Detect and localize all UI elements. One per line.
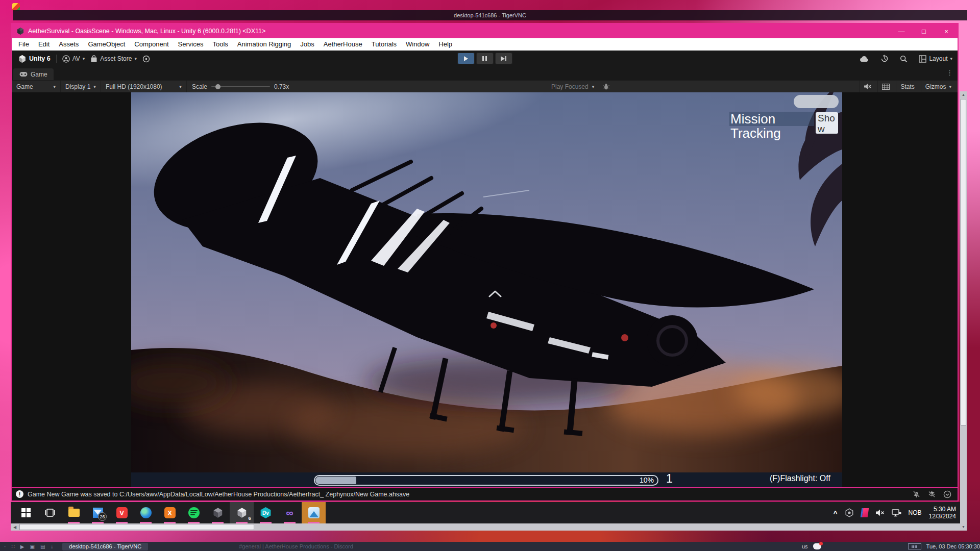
menu-file[interactable]: File — [14, 38, 34, 51]
bug-icon[interactable] — [603, 83, 609, 90]
vertical-scrollbar-thumb[interactable] — [961, 99, 966, 425]
panel-task-discord[interactable]: #general | AetherHouse Productions - Dis… — [239, 543, 353, 549]
vivaldi-icon: V — [116, 507, 128, 518]
tray-network-icon[interactable] — [892, 509, 901, 517]
menu-tutorials[interactable]: Tutorials — [367, 38, 401, 51]
taskbar-vivaldi[interactable]: V — [110, 502, 134, 523]
desktop: desktop-541c686 - TigerVNC AetherSurviva… — [0, 0, 980, 551]
scroll-down-icon[interactable]: ▼ — [960, 523, 967, 531]
play-focused-dropdown[interactable]: Play Focused ▾ — [551, 83, 609, 90]
taskbar-unity-hub[interactable] — [206, 502, 230, 523]
tray-volume-muted-icon[interactable] — [875, 509, 885, 516]
menu-edit[interactable]: Edit — [34, 38, 54, 51]
cloud-icon[interactable] — [859, 55, 869, 62]
activity-progress-icon[interactable] — [943, 490, 951, 498]
console-message-icon[interactable]: ! — [16, 490, 23, 498]
play-controls — [457, 53, 512, 64]
tray-pink-app-icon[interactable] — [860, 508, 869, 517]
scroll-left-icon[interactable]: ◀ — [11, 525, 19, 530]
layout-dropdown[interactable]: Layout ▾ — [919, 55, 952, 63]
panel-icon-5[interactable]: ▤ — [40, 544, 45, 549]
menu-assets[interactable]: Assets — [54, 38, 83, 51]
taskbar-devops[interactable]: Dv — [254, 502, 278, 523]
panel-icon-4[interactable]: ▣ — [30, 544, 34, 549]
panel-task-tigervnc[interactable]: desktop-541c686 - TigerVNC — [62, 543, 148, 550]
minimize-button[interactable]: — — [890, 24, 913, 38]
menu-aetherhouse[interactable]: AetherHouse — [319, 38, 367, 51]
task-view-button[interactable] — [38, 502, 62, 523]
history-icon[interactable] — [880, 55, 889, 63]
tab-bar: Game ⋮ — [12, 67, 958, 80]
panel-tray-indicator[interactable] — [908, 543, 921, 549]
step-button[interactable] — [495, 53, 512, 64]
tray-expand-button[interactable]: ^ — [833, 510, 837, 518]
unity-hub-icon — [212, 507, 224, 518]
edge-icon — [140, 507, 152, 518]
menu-services[interactable]: Services — [174, 38, 208, 51]
panel-icon-1[interactable]: · — [4, 544, 6, 549]
tray-language[interactable]: NOB — [909, 509, 922, 516]
search-icon[interactable] — [900, 55, 908, 63]
status-message[interactable]: Game New Game was saved to C:/Users/awv/… — [28, 491, 409, 498]
grid-toggle-button[interactable] — [877, 81, 894, 92]
tray-clock[interactable]: 5:30 AM 12/3/2024 — [929, 506, 956, 520]
start-button[interactable] — [14, 502, 38, 523]
chevron-down-icon: ▾ — [179, 84, 182, 89]
menu-help[interactable]: Help — [434, 38, 457, 51]
taskbar-active-app[interactable] — [302, 502, 326, 523]
windows-logo-icon — [21, 508, 31, 517]
menu-component[interactable]: Component — [130, 38, 173, 51]
stats-toggle[interactable]: Stats — [896, 81, 918, 92]
discord-tray-icon[interactable] — [813, 543, 821, 549]
scale-slider-knob[interactable] — [215, 84, 220, 89]
game-view-mode-dropdown[interactable]: Game ▾ — [12, 81, 61, 92]
taskbar-visual-studio[interactable]: ∞ — [278, 502, 302, 523]
taskbar-spotify[interactable] — [182, 502, 206, 523]
taskbar-edge[interactable] — [134, 502, 158, 523]
tray-unity-hub-icon[interactable] — [845, 508, 854, 517]
pause-button[interactable] — [476, 53, 494, 64]
vertical-scrollbar[interactable]: ▲ ▼ — [960, 91, 967, 531]
asset-store-button[interactable]: Asset Store ▾ — [90, 55, 137, 63]
taskbar-file-explorer[interactable] — [62, 502, 86, 523]
horizontal-scrollbar-thumb[interactable] — [19, 524, 254, 530]
scroll-up-icon[interactable]: ▲ — [960, 91, 967, 98]
hud-bottom-bar: 10% 1 (F)Flashlight: Off — [131, 472, 842, 487]
play-button[interactable] — [457, 53, 475, 64]
panel-language[interactable]: us — [802, 543, 808, 549]
menu-window[interactable]: Window — [401, 38, 434, 51]
gizmos-dropdown[interactable]: Gizmos ▾ — [921, 81, 955, 92]
maximize-button[interactable]: □ — [913, 24, 935, 38]
chevron-down-icon: ▾ — [949, 84, 951, 89]
tab-overflow-menu[interactable]: ⋮ — [946, 69, 953, 77]
panel-icon-6[interactable]: ↓ — [51, 544, 53, 549]
resolution-dropdown[interactable]: Full HD (980x551) ▾ — [101, 81, 187, 92]
display-dropdown[interactable]: Display 1 ▾ — [61, 81, 101, 92]
panel-icon-2[interactable]: ∷ — [11, 544, 14, 549]
account-dropdown[interactable]: AV ▾ — [62, 55, 85, 63]
toolbar-separator — [56, 55, 57, 63]
menu-animation-rigging[interactable]: Animation Rigging — [233, 38, 296, 51]
status-circle-icon[interactable] — [142, 55, 150, 63]
menu-gameobject[interactable]: GameObject — [83, 38, 130, 51]
panel-icon-3[interactable]: ▶ — [20, 544, 24, 549]
hud-top-pill — [794, 95, 839, 108]
taskbar-mail[interactable]: 26 — [86, 502, 110, 523]
visual-studio-icon: ∞ — [286, 508, 293, 518]
taskbar-xampp[interactable]: X — [158, 502, 182, 523]
notifications-muted-icon[interactable] — [913, 490, 920, 498]
mission-show-button[interactable]: Show — [816, 112, 838, 134]
game-render[interactable]: Mission Tracking Show 10% 1 (F)Flashligh… — [131, 92, 842, 487]
menu-tools[interactable]: Tools — [208, 38, 232, 51]
mute-audio-button[interactable] — [859, 81, 875, 92]
layout-grid-icon — [919, 55, 926, 63]
menu-jobs[interactable]: Jobs — [296, 38, 318, 51]
taskbar-unity-editor[interactable]: 6 — [230, 502, 254, 523]
hud-progress-value: 10% — [640, 476, 654, 485]
panel-clock[interactable]: Tue, 03 Dec 05:30:30 — [926, 543, 980, 549]
tab-game[interactable]: Game — [13, 68, 54, 80]
close-button[interactable]: × — [935, 24, 958, 38]
unity-window: AetherSurvival - OasisScene - Windows, M… — [11, 23, 959, 502]
scale-slider[interactable] — [211, 86, 270, 87]
cache-layers-icon[interactable] — [928, 490, 936, 498]
